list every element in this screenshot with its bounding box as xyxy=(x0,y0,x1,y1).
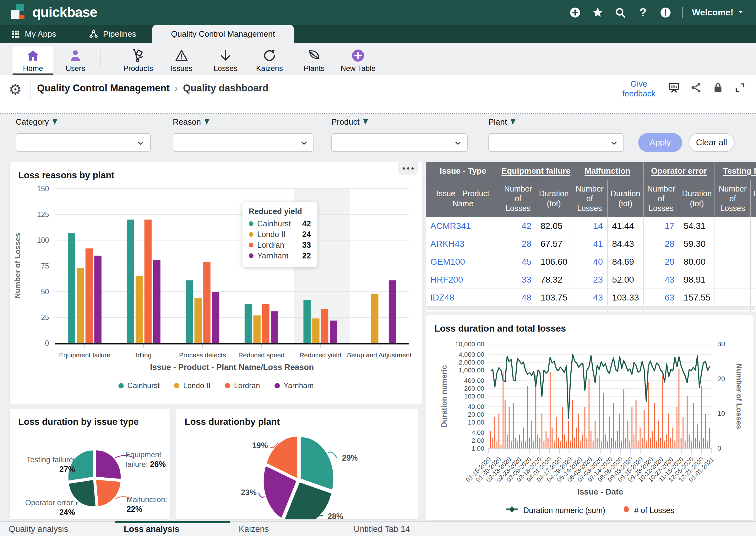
legend-item-yarnham[interactable]: Yarnham xyxy=(275,381,314,390)
expand-icon[interactable] xyxy=(733,81,747,95)
losses-count-cell[interactable]: 29 xyxy=(643,253,679,271)
bar-cainhurst-reduced-yield[interactable] xyxy=(303,300,311,343)
pie-slice-29pct[interactable] xyxy=(300,437,333,489)
filter-select-category[interactable] xyxy=(16,133,151,152)
lock-icon[interactable] xyxy=(711,81,725,95)
bar-cainhurst-process-defects[interactable] xyxy=(186,281,193,343)
legend-item-cainhurst[interactable]: Cainhurst xyxy=(119,381,160,390)
card-menu-ellipsis-icon[interactable] xyxy=(398,162,418,175)
legend-item-lordran[interactable]: Lordran xyxy=(225,381,260,390)
bar-cainhurst-reduced-speed[interactable] xyxy=(245,304,252,343)
breadcrumb-app-name[interactable]: Quality Control Management xyxy=(37,83,170,94)
bar-lordran-process-defects[interactable] xyxy=(203,262,210,343)
losses-count-cell[interactable]: 43 xyxy=(643,271,679,289)
add-circle-icon[interactable] xyxy=(568,6,582,19)
tab-issues[interactable]: Issues xyxy=(161,47,202,73)
bar-yarnham-equipment-failure[interactable] xyxy=(94,255,101,343)
search-icon[interactable] xyxy=(613,6,627,19)
nav-my-apps[interactable]: My Apps xyxy=(11,25,56,43)
losses-count-cell[interactable]: 48 xyxy=(500,289,536,307)
combo-legend-duration-numeric-sum[interactable]: Duration numeric (sum) xyxy=(505,505,605,515)
losses-count-cell[interactable]: 42 xyxy=(500,217,536,235)
bar-yarnham-idling[interactable] xyxy=(153,260,160,343)
pie-slice-equipment-failure[interactable] xyxy=(96,450,120,479)
bar-cainhurst-idling[interactable] xyxy=(127,219,134,343)
tab-products[interactable]: Products xyxy=(118,47,158,73)
bar-londo-ii-setup-and-adjustment[interactable] xyxy=(371,294,378,343)
losses-count-cell[interactable]: 14 xyxy=(572,217,607,235)
bar-lordran-equipment-failure[interactable] xyxy=(86,249,93,343)
card-title: Loss duration by issue type xyxy=(18,417,139,427)
duration-cell: 103.33 xyxy=(607,289,643,307)
product-link-gem100[interactable]: GEM100 xyxy=(426,253,500,271)
losses-count-cell[interactable]: 33 xyxy=(500,271,536,289)
share-icon[interactable] xyxy=(689,81,703,95)
row-header-label: Issue - Product Name xyxy=(426,180,500,217)
apply-button[interactable]: Apply xyxy=(638,133,682,152)
sub-header-operator-error-number-of-losses: Number of Losses xyxy=(643,180,679,217)
quickbase-logo[interactable]: quickbase xyxy=(10,3,97,21)
losses-count-cell[interactable]: 23 xyxy=(572,271,607,289)
losses-count-cell[interactable]: 43 xyxy=(572,289,607,307)
tab-new-table[interactable]: New Table xyxy=(333,47,383,73)
welcome-menu[interactable]: Welcome! xyxy=(692,8,733,17)
give-feedback-link[interactable]: Give feedback xyxy=(617,79,661,99)
product-link-hrf200[interactable]: HRF200 xyxy=(426,271,500,289)
bar-londo-ii-reduced-speed[interactable] xyxy=(254,315,261,343)
product-link-acmr341[interactable]: ACMR341 xyxy=(426,217,500,235)
dashboard-tab-quality-analysis[interactable]: Quality analysis xyxy=(0,522,115,536)
product-link-idz48[interactable]: IDZ48 xyxy=(426,289,500,307)
tab-home[interactable]: Home xyxy=(13,47,53,73)
clear-all-button[interactable]: Clear all xyxy=(688,133,735,152)
filter-select-plant[interactable] xyxy=(488,133,624,152)
bar-londo-ii-equipment-failure[interactable] xyxy=(77,268,84,343)
group-header-equipment-failure[interactable]: Equipment failure xyxy=(500,162,572,180)
losses-count-cell[interactable]: 40 xyxy=(572,253,607,271)
legend-item-londo-ii[interactable]: Londo II xyxy=(174,381,210,390)
bar-lordran-reduced-speed[interactable] xyxy=(262,304,269,343)
losses-count-cell[interactable]: 45 xyxy=(500,253,536,271)
nav-pipelines[interactable]: Pipelines xyxy=(88,25,136,43)
product-link-arkh43[interactable]: ARKH43 xyxy=(426,235,500,253)
losses-count-cell[interactable]: 28 xyxy=(500,235,536,253)
bar-londo-ii-process-defects[interactable] xyxy=(194,298,202,343)
bar-londo-ii-idling[interactable] xyxy=(136,276,143,343)
pie-slice-malfunction[interactable] xyxy=(96,480,120,506)
tab-plants[interactable]: Plants xyxy=(294,47,334,73)
app-tab-quality-control-management[interactable]: Quality Control Management xyxy=(152,25,294,43)
combo-legend-of-losses[interactable]: # of Losses xyxy=(623,505,674,515)
bar-yarnham-setup-and-adjustment[interactable] xyxy=(389,281,396,343)
help-icon[interactable]: ? xyxy=(636,6,650,19)
caret-down-icon[interactable] xyxy=(737,8,745,17)
bar-yarnham-reduced-speed[interactable] xyxy=(271,311,278,343)
losses-count-cell[interactable]: 63 xyxy=(643,289,679,307)
bar-lordran-reduced-yield[interactable] xyxy=(321,309,328,343)
sub-header-operator-error-duration-tot: Duration (tot) xyxy=(679,180,715,217)
svg-text:2,000.00: 2,000.00 xyxy=(459,358,484,366)
alert-circle-icon[interactable] xyxy=(659,6,672,19)
tab-kaizens[interactable]: Kaizens xyxy=(249,47,290,73)
losses-count-cell[interactable]: 28 xyxy=(643,235,679,253)
group-header-testing-failure[interactable]: Testing failure xyxy=(715,162,756,180)
dashboard-tab-untitled-tab-14[interactable]: Untitled Tab 14 xyxy=(345,522,460,536)
dashboard-tab-kaizens[interactable]: Kaizens xyxy=(230,522,345,536)
bar-cainhurst-equipment-failure[interactable] xyxy=(68,233,75,343)
favorites-star-icon[interactable] xyxy=(591,6,604,19)
tab-losses[interactable]: Losses xyxy=(205,47,246,73)
presentation-icon[interactable] xyxy=(667,81,681,95)
table-horizontal-scrollbar[interactable] xyxy=(427,306,755,310)
filter-select-reason[interactable] xyxy=(173,133,314,152)
group-header-malfunction[interactable]: Malfunction xyxy=(572,162,643,180)
filter-select-product[interactable] xyxy=(331,133,468,152)
losses-count-cell[interactable]: 41 xyxy=(572,235,607,253)
bar-yarnham-reduced-yield[interactable] xyxy=(330,320,337,343)
gear-icon[interactable]: ⚙ xyxy=(9,81,22,98)
bar-londo-ii-reduced-yield[interactable] xyxy=(312,318,320,343)
tab-users[interactable]: Users xyxy=(55,47,96,73)
dashboard-tab-loss-analysis[interactable]: Loss analysis xyxy=(115,522,230,536)
bar-lordran-idling[interactable] xyxy=(145,219,152,343)
group-header-operator-error[interactable]: Operator error xyxy=(643,162,715,180)
card-title: Loss reasons by plant xyxy=(18,170,114,181)
bar-yarnham-process-defects[interactable] xyxy=(212,292,219,343)
losses-count-cell[interactable]: 17 xyxy=(643,217,679,235)
